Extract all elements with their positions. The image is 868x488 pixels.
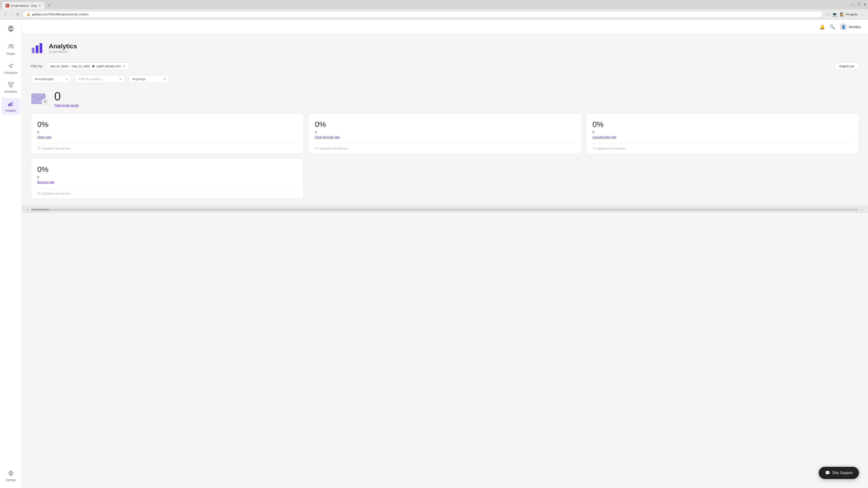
- new-tab-button[interactable]: +: [46, 2, 52, 9]
- close-button[interactable]: ✕: [863, 2, 866, 7]
- email-envelope-icon: [31, 92, 49, 106]
- ctr-updated: ⏱ Updated in the last hour: [315, 143, 575, 154]
- search-button[interactable]: 🔍: [830, 24, 835, 30]
- campaigns-icon: [8, 63, 14, 70]
- open-rate-count: 0: [37, 130, 297, 134]
- svg-rect-11: [32, 48, 35, 53]
- bounce-clock-icon: ⏱: [37, 192, 40, 195]
- page-header: Analytics Email Metrics: [31, 41, 859, 55]
- drip-support-label: Drip Support: [832, 471, 852, 475]
- svg-rect-8: [10, 103, 11, 106]
- bounce-label[interactable]: Bounce rate: [37, 180, 297, 184]
- unsubscribe-updated: ⏱ Updated in the last hour: [592, 143, 852, 154]
- sidebar-logo[interactable]: [5, 23, 17, 35]
- browser-tab[interactable]: ✉ Email Metrics - Drip ✕: [2, 2, 45, 9]
- filter-label: Filter by:: [31, 64, 43, 68]
- drip-support-button[interactable]: 💬 Drip Support: [819, 467, 859, 479]
- bounce-updated-text: Updated in the last hour: [42, 192, 70, 195]
- open-rate-label[interactable]: Open rate: [37, 135, 297, 139]
- total-sends-section: 0 Total email sends: [31, 90, 859, 107]
- sidebar-item-workflows-label: Workflows: [4, 90, 17, 93]
- date-chevron-icon: ▾: [123, 65, 125, 68]
- group-filter-text: All groups: [132, 77, 162, 80]
- sidebar-item-people-label: People: [6, 52, 15, 55]
- user-profile[interactable]: 👤 Moodjoy: [840, 23, 861, 31]
- back-button[interactable]: ‹: [4, 11, 7, 18]
- ctr-label[interactable]: Click-through rate: [315, 135, 575, 139]
- bookmark-button[interactable]: ☆: [826, 12, 829, 17]
- bounce-count: 0: [37, 175, 297, 179]
- email-type-filter[interactable]: All email types ▾: [31, 75, 71, 83]
- email-filter[interactable]: Filter by email(s)... ▾: [75, 75, 125, 83]
- tab-title: Email Metrics - Drip: [11, 4, 37, 7]
- metric-card-open-rate: 0% 0 Open rate ⏱ Updated in the last hou…: [31, 113, 304, 154]
- email-type-chevron-icon: ▾: [66, 77, 68, 80]
- ctr-count: 0: [315, 130, 575, 134]
- sidebar-item-analytics[interactable]: Analytics: [2, 98, 20, 115]
- sidebar-item-settings-label: Settings: [6, 479, 16, 482]
- sidebar-item-people[interactable]: People: [2, 40, 20, 58]
- scroll-track[interactable]: [31, 209, 859, 210]
- email-filter-placeholder: Filter by email(s)...: [79, 77, 118, 80]
- forward-button[interactable]: ›: [9, 11, 13, 18]
- device-button[interactable]: 💻: [832, 12, 837, 17]
- bounce-updated: ⏱ Updated in the last hour: [37, 188, 297, 199]
- minimize-button[interactable]: —: [851, 2, 855, 7]
- page-title-group: Analytics Email Metrics: [49, 43, 77, 54]
- page-content: Analytics Email Metrics Filter by: Nov 1…: [22, 34, 868, 206]
- avatar: 👤: [840, 23, 847, 31]
- timezone-text: (GMT+00:00) UTC: [97, 65, 121, 68]
- url-text: getdrip.com/7641396/reports/email_metric…: [32, 13, 89, 16]
- settings-icon: [8, 470, 14, 477]
- unsubscribe-updated-text: Updated in the last hour: [597, 147, 626, 150]
- timezone-dot: [92, 65, 94, 67]
- horizontal-scrollbar: ‹ ›: [22, 206, 868, 213]
- page-subtitle: Email Metrics: [49, 50, 77, 54]
- ctr-clock-icon: ⏱: [315, 147, 318, 151]
- filter-row-secondary: All email types ▾ Filter by email(s)... …: [31, 75, 859, 83]
- unsubscribe-label[interactable]: Unsubscribe rate: [592, 135, 852, 139]
- scroll-thumb[interactable]: [31, 209, 49, 210]
- scroll-left-button[interactable]: ‹: [25, 207, 30, 212]
- metric-cards-row-2: 0% 0 Bounce rate ⏱ Updated in the last h…: [31, 158, 859, 199]
- sidebar-item-workflows[interactable]: Workflows: [2, 79, 20, 96]
- scroll-right-button[interactable]: ›: [860, 207, 864, 212]
- workflows-icon: [8, 82, 14, 89]
- url-lock-icon: 🔒: [27, 13, 30, 16]
- refresh-button[interactable]: ↻: [16, 11, 20, 18]
- svg-rect-7: [8, 104, 9, 106]
- metric-cards-row-1: 0% 0 Open rate ⏱ Updated in the last hou…: [31, 113, 859, 154]
- date-range-filter[interactable]: Nov 13, 2023 — Dec 13, 2023 (GMT+00:00) …: [46, 62, 129, 70]
- sidebar-item-campaigns[interactable]: Campaigns: [2, 60, 20, 77]
- page-header-icon: [31, 41, 44, 55]
- svg-rect-9: [12, 101, 13, 106]
- svg-rect-15: [41, 99, 48, 105]
- menu-button[interactable]: ⋮: [860, 12, 864, 17]
- browser-chrome: ✉ Email Metrics - Drip ✕ + — ❐ ✕ ‹ › ↻ 🔒…: [0, 0, 868, 20]
- drip-support-icon: 💬: [825, 470, 830, 475]
- notifications-button[interactable]: 🔔: [819, 24, 825, 30]
- filter-row-primary: Filter by: Nov 13, 2023 — Dec 13, 2023 (…: [31, 62, 859, 70]
- bounce-percent: 0%: [37, 165, 297, 174]
- sidebar-item-settings[interactable]: Settings: [2, 468, 20, 484]
- export-csv-button[interactable]: Export csv: [835, 62, 859, 70]
- user-name: Moodjoy: [849, 25, 861, 29]
- svg-point-1: [10, 28, 11, 29]
- page-title: Analytics: [49, 43, 77, 50]
- url-bar[interactable]: 🔒 getdrip.com/7641396/reports/email_metr…: [23, 11, 823, 18]
- open-rate-percent: 0%: [37, 120, 297, 129]
- sidebar-item-campaigns-label: Campaigns: [4, 71, 18, 74]
- app-layout: People Campaigns: [0, 20, 868, 488]
- main-content: 🔔 🔍 👤 Moodjoy Analy: [22, 20, 868, 488]
- group-filter[interactable]: All groups ▾: [128, 75, 169, 83]
- maximize-button[interactable]: ❐: [857, 2, 861, 7]
- total-sends-data: 0 Total email sends: [54, 90, 79, 107]
- sidebar-item-analytics-label: Analytics: [5, 109, 16, 112]
- unsubscribe-count: 0: [592, 130, 852, 134]
- total-sends-count: 0: [54, 90, 79, 102]
- open-rate-updated: ⏱ Updated in the last hour: [37, 143, 297, 154]
- analytics-icon: [8, 101, 14, 108]
- close-tab-button[interactable]: ✕: [38, 4, 41, 7]
- ctr-updated-text: Updated in the last hour: [319, 147, 348, 150]
- total-sends-label[interactable]: Total email sends: [54, 103, 79, 107]
